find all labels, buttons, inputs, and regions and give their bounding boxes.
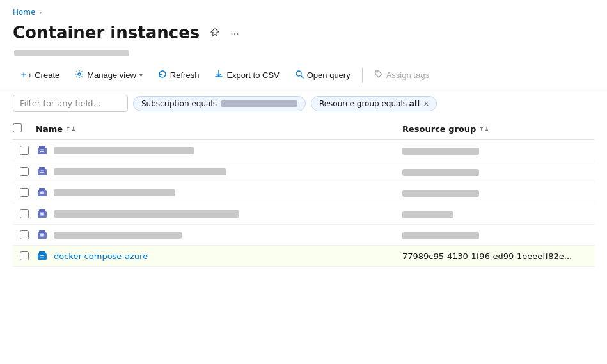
table-row[interactable]: docker-compose-azure 77989c95-4130-1f96-… [13,246,594,267]
table-row[interactable] [13,161,594,182]
row-checkbox[interactable] [20,167,29,176]
export-csv-label: Export to CSV [226,70,279,80]
svg-point-0 [78,73,81,75]
gear-icon [75,70,84,81]
svg-rect-25 [40,255,44,257]
header-icons: ··· [207,26,241,42]
svg-rect-12 [39,188,45,191]
svg-rect-13 [40,192,44,193]
refresh-button[interactable]: Refresh [152,67,206,84]
svg-rect-4 [39,146,45,149]
filter-input[interactable]: Filter for any field... [13,95,128,112]
table-row[interactable] [13,182,594,203]
resource-group-filter-close[interactable]: × [423,99,429,108]
resource-group-column-header[interactable]: Resource group ↑↓ [402,124,594,134]
manage-view-button[interactable]: Manage view ▾ [68,67,149,84]
row-checkbox-cell[interactable] [13,209,36,218]
select-all-checkbox-header[interactable] [13,123,36,134]
name-blur [54,210,239,218]
row-name-cell [36,228,402,241]
export-icon [214,70,223,81]
table-header: Name ↑↓ Resource group ↑↓ [13,118,594,140]
name-blur [54,168,226,175]
svg-rect-16 [39,209,45,212]
svg-rect-26 [40,257,44,258]
svg-rect-6 [40,151,44,152]
svg-rect-9 [40,171,44,172]
table-body: docker-compose-azure 77989c95-4130-1f96-… [13,140,594,267]
chevron-down-icon: ▾ [139,72,143,79]
row-checkbox-cell[interactable] [13,146,36,155]
assign-tags-label: Assign tags [386,70,429,80]
plus-icon: ＋ [19,69,28,81]
row-rg-cell [402,230,594,240]
svg-rect-20 [39,230,45,233]
container-icon [36,186,49,199]
row-name-cell [36,186,402,199]
table-row[interactable] [13,203,594,225]
name-column-label: Name [36,124,63,134]
row-checkbox[interactable] [20,251,29,260]
container-icon [36,228,49,241]
page-title: Container instances [13,23,200,42]
row-checkbox-cell[interactable] [13,167,36,176]
toolbar-divider [362,67,363,83]
name-blur [54,232,182,239]
create-button[interactable]: ＋ + Create [13,66,66,84]
row-checkbox[interactable] [20,209,29,218]
rg-blur [402,232,479,239]
table-container: Name ↑↓ Resource group ↑↓ [0,118,607,267]
row-checkbox[interactable] [20,188,29,197]
breadcrumb-separator: › [39,9,42,16]
row-checkbox[interactable] [20,146,29,155]
resource-group-value: 77989c95-4130-1f96-ed99-1eeeeff82e... [402,251,572,261]
resource-group-filter-tag: Resource group equals all × [311,96,437,111]
svg-rect-21 [40,234,44,235]
row-name-cell [36,207,402,220]
select-all-checkbox[interactable] [13,123,22,132]
row-checkbox-cell[interactable] [13,230,36,239]
open-query-button[interactable]: Open query [288,67,357,84]
svg-rect-8 [39,167,45,170]
page-header: Container instances ··· [0,20,607,47]
svg-point-1 [296,71,301,76]
subscription-blur [14,50,129,56]
pin-button[interactable] [207,26,223,42]
manage-view-label: Manage view [87,70,136,80]
container-name-link[interactable]: docker-compose-azure [54,251,148,261]
filter-placeholder: Filter for any field... [20,99,101,108]
svg-rect-17 [40,213,44,214]
resource-group-sort-icon: ↑↓ [478,125,489,132]
subscription-filter-label: Subscription equals [141,99,217,108]
assign-tags-button[interactable]: Assign tags [368,67,436,84]
container-icon [36,249,49,262]
more-options-button[interactable]: ··· [228,27,241,41]
svg-rect-5 [40,150,44,151]
subscription-value-blur [221,100,297,107]
breadcrumb-home[interactable]: Home [13,8,35,17]
tag-icon [374,70,383,81]
row-name-cell [36,144,402,157]
container-icon [36,165,49,178]
resource-group-filter-label: Resource group equals all [319,99,420,108]
name-blur [54,147,194,154]
rg-blur [402,190,479,197]
export-csv-button[interactable]: Export to CSV [208,67,285,84]
row-checkbox[interactable] [20,230,29,239]
row-checkbox-cell[interactable] [13,188,36,197]
subtitle-area [0,47,607,62]
row-name-cell [36,165,402,178]
svg-point-2 [376,72,377,73]
row-rg-cell [402,188,594,198]
breadcrumb: Home › [0,0,607,20]
subscription-filter-tag: Subscription equals [133,96,306,111]
svg-rect-22 [40,235,44,237]
resource-group-column-label: Resource group [402,124,476,134]
create-label: + Create [28,70,59,80]
row-checkbox-cell[interactable] [13,251,36,260]
table-row[interactable] [13,140,594,161]
svg-rect-18 [40,214,44,216]
table-row[interactable] [13,225,594,246]
container-icon [36,144,49,157]
name-column-header[interactable]: Name ↑↓ [36,124,402,134]
